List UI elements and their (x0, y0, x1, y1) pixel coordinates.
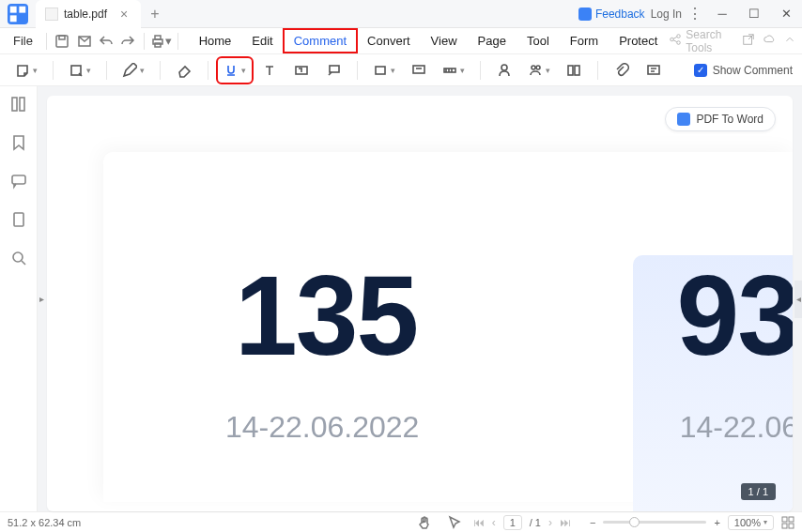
zoom-level-select[interactable]: 100%▾ (728, 515, 774, 530)
first-page-button[interactable]: ⏮ (473, 516, 485, 529)
select-tool-icon[interactable] (443, 512, 466, 533)
svg-rect-8 (155, 43, 161, 47)
search-panel-icon[interactable] (10, 250, 27, 269)
measure-tool[interactable]: ▾ (437, 58, 470, 83)
svg-rect-24 (648, 66, 659, 74)
callout-tool[interactable] (319, 58, 347, 83)
expand-left-handle[interactable]: ▸ (38, 281, 45, 318)
svg-rect-0 (10, 6, 17, 12)
svg-rect-32 (782, 524, 787, 528)
svg-point-9 (671, 38, 674, 41)
feedback-icon (578, 8, 592, 21)
nav-edit[interactable]: Edit (242, 30, 282, 52)
more-menu-icon[interactable]: ⋮ (687, 5, 702, 23)
search-tools[interactable]: Search Tools (669, 28, 734, 54)
metric-2-date: 14-22.06 (680, 410, 793, 445)
document-canvas[interactable]: PDF To Word 135 14-22.06.2022 93 14-22.0… (47, 96, 793, 511)
checkbox-checked-icon: ✓ (694, 64, 707, 77)
comment-list-tool[interactable] (640, 58, 668, 83)
expand-right-handle[interactable]: ◂ (794, 281, 802, 318)
svg-rect-27 (12, 175, 25, 184)
thumbnails-panel-icon[interactable] (10, 96, 27, 115)
pdf-to-word-button[interactable]: PDF To Word (665, 107, 776, 131)
svg-rect-3 (56, 36, 68, 47)
feedback-link[interactable]: Feedback (578, 8, 645, 21)
page-total: / 1 (530, 517, 541, 528)
page-number-input[interactable]: 1 (503, 515, 522, 530)
comments-panel-icon[interactable] (10, 173, 27, 192)
collapse-ribbon-icon[interactable] (783, 33, 796, 49)
maximize-button[interactable]: ☐ (738, 1, 770, 27)
signature-tool[interactable]: ▾ (522, 58, 556, 83)
svg-point-29 (13, 252, 23, 262)
svg-rect-16 (376, 67, 385, 74)
svg-rect-4 (59, 36, 65, 39)
svg-rect-23 (575, 66, 579, 75)
attachments-panel-icon[interactable] (10, 211, 27, 231)
svg-point-11 (677, 41, 681, 45)
add-tab-button[interactable]: + (150, 6, 159, 23)
redo-icon[interactable] (118, 31, 138, 52)
mail-icon[interactable] (74, 31, 94, 52)
svg-rect-2 (10, 15, 17, 22)
page-dimensions: 51.2 x 62.34 cm (8, 517, 81, 528)
minimize-button[interactable]: ─ (706, 1, 738, 27)
metric-1-date: 14-22.06.2022 (225, 410, 419, 445)
nav-page[interactable]: Page (469, 30, 516, 52)
svg-point-21 (536, 66, 540, 69)
save-icon[interactable] (53, 31, 72, 52)
eraser-tool[interactable] (170, 58, 198, 83)
underline-tool[interactable]: ▾ (218, 58, 252, 83)
prev-page-button[interactable]: ‹ (492, 516, 496, 529)
tab-title: table.pdf (64, 8, 107, 21)
open-external-icon[interactable] (742, 33, 755, 49)
textbox-tool[interactable] (287, 58, 316, 83)
zoom-slider[interactable] (603, 521, 706, 524)
login-link[interactable]: Log In (651, 8, 682, 21)
pencil-tool[interactable]: ▾ (116, 58, 150, 83)
svg-point-10 (677, 35, 681, 38)
text-tool[interactable] (255, 58, 284, 83)
file-menu[interactable]: File (6, 30, 40, 52)
metric-2-value: 93 (677, 251, 793, 380)
bookmark-panel-icon[interactable] (10, 134, 27, 154)
note-tool[interactable]: ▾ (9, 58, 43, 83)
metric-1-value: 135 (235, 251, 417, 380)
nav-convert[interactable]: Convert (358, 30, 420, 52)
next-page-button[interactable]: › (548, 516, 552, 529)
nav-view[interactable]: View (422, 30, 467, 52)
nav-comment[interactable]: Comment (285, 30, 356, 52)
nav-protect[interactable]: Protect (609, 30, 667, 52)
svg-rect-17 (413, 66, 424, 73)
word-icon (677, 113, 690, 126)
nav-form[interactable]: Form (561, 30, 608, 52)
attachment-tool[interactable] (608, 58, 636, 83)
last-page-button[interactable]: ⏭ (560, 516, 571, 529)
undo-icon[interactable] (96, 31, 116, 52)
svg-rect-31 (789, 517, 794, 522)
nav-tool[interactable]: Tool (517, 30, 559, 52)
svg-rect-1 (19, 6, 25, 12)
svg-rect-28 (14, 213, 23, 226)
app-logo-icon (8, 4, 28, 24)
show-comment-toggle[interactable]: ✓ Show Comment (694, 64, 793, 77)
close-window-button[interactable]: ✕ (770, 1, 802, 27)
svg-rect-33 (789, 524, 794, 528)
nav-home[interactable]: Home (190, 30, 241, 52)
svg-point-19 (501, 65, 507, 70)
svg-rect-15 (330, 66, 339, 72)
stamp-person-tool[interactable] (490, 58, 518, 83)
svg-rect-22 (568, 66, 573, 75)
document-tab[interactable]: table.pdf × (36, 0, 141, 28)
print-icon[interactable]: ▾ (150, 31, 172, 52)
zoom-out-button[interactable]: − (590, 517, 595, 528)
compare-tool[interactable] (560, 58, 588, 83)
stamp-tool[interactable] (405, 58, 433, 83)
highlight-tool[interactable]: ▾ (63, 58, 97, 83)
cloud-icon[interactable] (763, 33, 776, 49)
hand-tool-icon[interactable] (413, 512, 436, 533)
fit-view-icon[interactable] (781, 516, 794, 529)
close-tab-icon[interactable]: × (120, 7, 128, 22)
zoom-in-button[interactable]: + (714, 517, 719, 528)
shape-rect-tool[interactable]: ▾ (367, 58, 401, 83)
